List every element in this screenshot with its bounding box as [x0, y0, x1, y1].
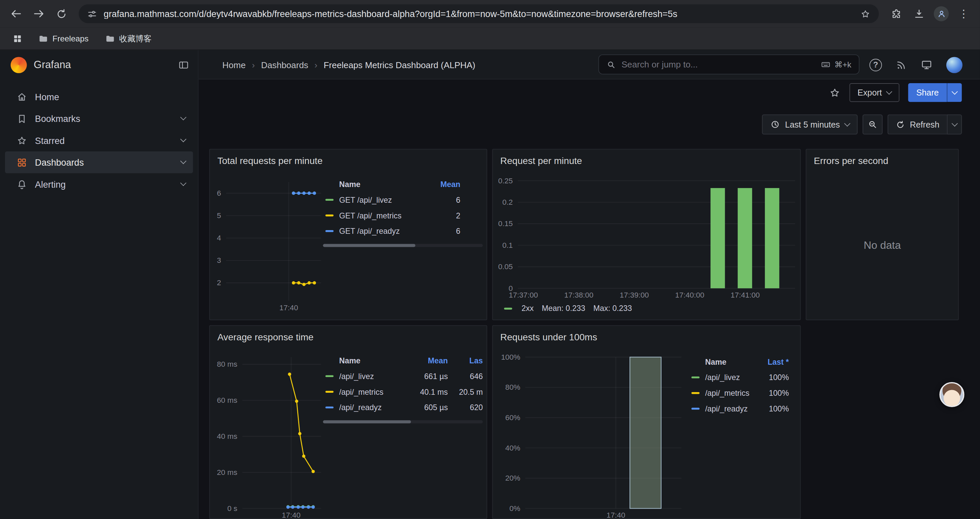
series-color-swatch[interactable]	[326, 214, 334, 216]
legend-series-name[interactable]: /api/_livez	[339, 372, 410, 380]
svg-text:100%: 100%	[501, 353, 520, 361]
browser-profile-avatar[interactable]	[931, 4, 951, 24]
series-color-swatch[interactable]	[326, 199, 334, 201]
breadcrumb-separator: ›	[315, 60, 318, 70]
chevron-down-icon[interactable]	[180, 180, 186, 186]
share-menu-caret[interactable]	[947, 83, 962, 102]
svg-text:0%: 0%	[509, 504, 520, 513]
series-color-swatch[interactable]	[692, 392, 700, 394]
panel-title[interactable]: Errors per second	[814, 155, 888, 166]
legend-scrollbar[interactable]	[323, 420, 483, 423]
legend-header-last[interactable]: Las	[450, 356, 483, 365]
breadcrumb-current: Freeleaps Metrics Dashboard (ALPHA)	[323, 60, 475, 70]
bookmark-star-icon[interactable]	[860, 8, 870, 19]
svg-text:60%: 60%	[505, 414, 520, 422]
panel-errors-per-second: Errors per second No data	[806, 149, 959, 320]
floating-avatar[interactable]	[939, 382, 964, 407]
sidebar-toggle-icon[interactable]	[178, 59, 189, 70]
breadcrumb-home[interactable]: Home	[223, 60, 246, 70]
series-color-swatch[interactable]	[326, 391, 334, 393]
legend-header-last[interactable]: Last *	[759, 358, 789, 366]
back-button[interactable]	[6, 4, 26, 24]
dashboard-actions: Export Share	[199, 80, 980, 106]
bookmark-folder-blogs[interactable]: 收藏博客	[99, 30, 157, 47]
svg-text:80 ms: 80 ms	[217, 360, 237, 368]
series-color-swatch[interactable]	[692, 376, 700, 378]
chevron-down-icon[interactable]	[180, 158, 186, 164]
rss-icon[interactable]	[896, 59, 907, 70]
favorite-star-icon[interactable]	[829, 86, 841, 99]
legend-series-name[interactable]: GET /api/_readyz	[339, 227, 423, 235]
legend-scrollbar[interactable]	[323, 244, 483, 247]
legend-row: /api/_metrics 40.1 ms 20.5 m	[323, 384, 483, 400]
time-range-picker[interactable]: Last 5 minutes	[762, 115, 857, 134]
legend-header-name[interactable]: Name	[323, 180, 423, 189]
panel-average-response-time: Average response time 80 ms60 ms40 ms20 …	[209, 325, 487, 519]
export-button[interactable]: Export	[849, 83, 899, 102]
panel-title[interactable]: Request per minute	[500, 155, 582, 166]
series-color-swatch[interactable]	[326, 230, 334, 232]
share-split-button: Share	[908, 83, 962, 102]
svg-text:0.05: 0.05	[498, 262, 513, 271]
sidebar-item-starred[interactable]: Starred	[5, 129, 193, 152]
legend-series-name[interactable]: /api/_livez	[705, 373, 759, 382]
extensions-icon[interactable]	[886, 4, 906, 24]
series-color-swatch[interactable]	[326, 406, 334, 409]
breadcrumb-dashboards[interactable]: Dashboards	[261, 60, 308, 70]
svg-text:40 ms: 40 ms	[217, 432, 237, 441]
legend-series-name[interactable]: /api/_metrics	[705, 389, 759, 398]
svg-text:40%: 40%	[505, 444, 520, 452]
breadcrumb: Home › Dashboards › Freeleaps Metrics Da…	[223, 50, 475, 80]
chevron-down-icon[interactable]	[180, 136, 186, 142]
home-icon	[16, 91, 28, 102]
legend-series-name[interactable]: GET /api/_livez	[339, 195, 423, 204]
url-bar[interactable]: grafana.mathmast.com/d/deytv4rwavabkb/fr…	[79, 4, 879, 23]
legend-mean-value: 6	[423, 195, 460, 204]
share-button[interactable]: Share	[908, 83, 947, 102]
search-input[interactable]: Search or jump to... ⌘+k	[598, 54, 859, 75]
panel-title[interactable]: Requests under 100ms	[500, 331, 597, 342]
grafana-logo[interactable]	[11, 56, 27, 73]
legend-header-name[interactable]: Name	[323, 356, 410, 365]
legend-series-name[interactable]: GET /api/_metrics	[339, 211, 423, 220]
chevron-down-icon	[951, 120, 958, 126]
legend-series-name[interactable]: /api/_readyz	[705, 404, 759, 413]
legend-inline: 2xx Mean: 0.233 Max: 0.233	[502, 304, 632, 313]
forward-button[interactable]	[29, 4, 49, 24]
svg-text:2: 2	[217, 278, 221, 287]
legend-series-name[interactable]: /api/_readyz	[339, 403, 410, 412]
sidebar-item-bookmarks[interactable]: Bookmarks	[5, 107, 193, 129]
legend-max: Max: 0.233	[593, 304, 632, 313]
browser-menu-icon[interactable]: ⋮	[954, 4, 974, 24]
monitor-icon[interactable]	[921, 59, 932, 71]
legend-series[interactable]: 2xx	[502, 304, 534, 313]
panel-title[interactable]: Average response time	[218, 331, 313, 342]
apps-grid-icon[interactable]	[7, 29, 27, 48]
series-color-swatch[interactable]	[326, 375, 334, 377]
legend-header-name[interactable]: Name	[689, 358, 759, 366]
zoom-out-icon[interactable]	[862, 115, 882, 134]
legend-row: /api/_livez 100%	[689, 370, 795, 385]
legend-last-value: 100%	[759, 373, 789, 382]
scrollbar-thumb[interactable]	[323, 420, 411, 423]
chevron-down-icon[interactable]	[180, 114, 186, 121]
sidebar-item-home[interactable]: Home	[5, 86, 193, 108]
legend-series-name[interactable]: /api/_metrics	[339, 387, 410, 396]
bookmark-folder-freeleaps[interactable]: Freeleaps	[32, 31, 94, 46]
scrollbar-thumb[interactable]	[323, 244, 415, 247]
user-avatar[interactable]	[946, 56, 963, 73]
reload-button[interactable]	[51, 4, 72, 24]
sidebar-item-dashboards[interactable]: Dashboards	[5, 151, 193, 173]
downloads-icon[interactable]	[908, 4, 929, 24]
legend-header-mean[interactable]: Mean	[410, 356, 448, 365]
help-icon[interactable]: ?	[870, 58, 882, 71]
refresh-interval-caret[interactable]	[947, 115, 962, 134]
legend-header-mean[interactable]: Mean	[423, 180, 460, 189]
site-settings-icon[interactable]	[87, 8, 97, 19]
legend-row: /api/_readyz 605 µs 620	[323, 400, 483, 415]
refresh-icon	[896, 120, 905, 129]
panel-title[interactable]: Total requests per minute	[218, 155, 323, 166]
refresh-button[interactable]: Refresh	[887, 115, 947, 134]
sidebar-item-alerting[interactable]: Alerting	[5, 173, 193, 195]
series-color-swatch[interactable]	[692, 408, 700, 410]
